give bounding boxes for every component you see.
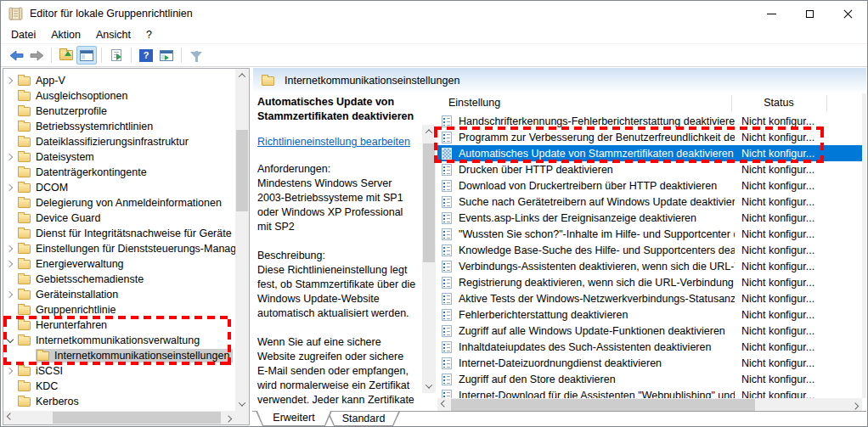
tree-item[interactable]: iSCSI [3, 363, 235, 379]
expander-icon[interactable] [3, 261, 17, 267]
column-divider[interactable] [826, 95, 827, 111]
scroll-left-arrow[interactable] [437, 398, 451, 412]
setting-row[interactable]: Knowledge Base-Suche des Hilfe- und Supp… [437, 242, 862, 258]
help-button[interactable]: ? [136, 46, 156, 65]
edit-policy-link[interactable]: Richtlinieneinstellung bearbeiten [257, 135, 410, 149]
expander-icon[interactable] [3, 337, 17, 344]
tree-item[interactable]: DCOM [3, 180, 235, 195]
setting-row[interactable]: Verbindungs-Assistenten deaktivieren, we… [437, 258, 862, 274]
menu-item[interactable]: Aktion [43, 27, 88, 42]
setting-label: Verbindungs-Assistenten deaktivieren, we… [459, 261, 735, 272]
tree-item[interactable]: Gebietsschemadienste [3, 272, 235, 287]
list-header: Einstellung Status [437, 93, 862, 113]
setting-label: Aktive Tests der Windows-Netzwerkverbind… [459, 293, 735, 305]
view-tab[interactable]: Standard [327, 412, 400, 426]
expander-icon[interactable] [3, 368, 17, 374]
tree-item[interactable]: Dienst für Integritätsnachweise für Gerä… [3, 226, 235, 241]
tree-item[interactable]: Delegierung von Anmeldeinformationen [3, 195, 235, 211]
close-button[interactable] [829, 1, 867, 26]
menu-item[interactable]: Ansicht [88, 27, 138, 42]
setting-row[interactable]: Zugriff auf den Store deaktivieren Nicht… [437, 371, 862, 387]
folder-up-icon [59, 50, 73, 60]
up-one-level-button[interactable] [56, 46, 76, 65]
column-divider[interactable] [731, 95, 732, 111]
setting-icon [442, 212, 452, 224]
setting-row[interactable]: "Wussten Sie schon?"-Inhalte im Hilfe- u… [437, 226, 862, 242]
setting-row[interactable]: Registrierung deaktivieren, wenn sich di… [437, 274, 862, 290]
menu-item[interactable]: ? [138, 27, 160, 42]
tree-item[interactable]: Ausgleichsoptionen [3, 88, 235, 104]
setting-row[interactable]: Fehlerberichterstattung deaktivieren Nic… [437, 306, 862, 323]
tree-item[interactable]: Dateiklassifizierungsinfrastruktur [3, 134, 235, 149]
tree-item[interactable]: Benutzerprofile [3, 104, 235, 119]
tree-item[interactable]: Energieverwaltung [3, 256, 235, 272]
setting-row[interactable]: Events.asp-Links der Ereignisanzeige dea… [437, 210, 862, 226]
scroll-right-arrow[interactable] [848, 398, 862, 412]
tree-item[interactable]: Internetkommunikationsverwaltung [3, 333, 235, 348]
menu-item[interactable]: Datei [3, 27, 43, 42]
expander-icon[interactable] [3, 246, 17, 251]
export-list-button[interactable] [106, 46, 127, 65]
setting-row[interactable]: Suche nach Gerätetreibern auf Windows Up… [437, 194, 862, 210]
tree-horizontal-scrollbar[interactable] [3, 411, 235, 424]
view-tab[interactable]: Erweitert [256, 411, 332, 426]
tree-item-label: DCOM [36, 182, 68, 194]
tree-item[interactable]: KDC [3, 379, 235, 394]
setting-row[interactable]: Inhaltdateiupdates des Such-Assistenten … [437, 339, 862, 355]
setting-row[interactable]: Drucken über HTTP deaktivieren Nicht kon… [437, 161, 862, 177]
expander-icon[interactable] [3, 155, 17, 160]
expander-icon[interactable] [3, 78, 17, 83]
scrollbar-thumb[interactable] [451, 399, 755, 411]
tree-item[interactable]: Kerberos [3, 394, 235, 409]
tree-item[interactable]: Datenträgerkontingente [3, 165, 235, 180]
list-horizontal-scrollbar[interactable] [437, 398, 862, 412]
toolbar-separator [51, 48, 52, 63]
description-scrollbar[interactable] [422, 125, 436, 393]
scroll-up-arrow[interactable] [422, 125, 436, 138]
setting-row[interactable]: Automatisches Update von Stammzertifikat… [437, 145, 862, 161]
folder-icon [18, 336, 31, 346]
list-vertical-scrollbar[interactable] [862, 93, 866, 398]
tree-item[interactable]: Internetkommunikationseinstellungen [3, 348, 235, 363]
minimize-button[interactable] [752, 1, 791, 26]
tree-item[interactable]: Einstellungen für Dienststeuerungs-Manag… [3, 241, 235, 256]
scroll-left-arrow[interactable] [3, 411, 17, 424]
setting-label: Knowledge Base-Suche des Hilfe- und Supp… [459, 244, 735, 256]
setting-row[interactable]: Aktive Tests der Windows-Netzwerkverbind… [437, 290, 862, 306]
forward-button[interactable] [26, 46, 47, 65]
tree-item[interactable]: Gruppenrichtlinie [3, 302, 235, 317]
tree-item[interactable]: Dateisystem [3, 149, 235, 165]
tree-item[interactable]: Betriebssystemrichtlinien [3, 119, 235, 134]
maximize-button[interactable] [791, 1, 829, 26]
filter-button[interactable] [186, 46, 206, 65]
tree-item[interactable]: Geräteinstallation [3, 287, 235, 302]
setting-icon [442, 261, 452, 272]
expander-icon[interactable] [3, 292, 17, 297]
scroll-down-arrow[interactable] [235, 397, 249, 411]
folder-icon [18, 183, 31, 193]
setting-row[interactable]: Zugriff auf alle Windows Update-Funktion… [437, 323, 862, 339]
title-bar: Editor für lokale Gruppenrichtlinien [1, 1, 867, 26]
scroll-down-arrow[interactable] [422, 379, 436, 393]
setting-status: Nicht konfigur... [741, 196, 814, 208]
show-console-tree-button[interactable] [76, 46, 97, 65]
scrollbar-thumb[interactable] [53, 412, 221, 424]
scroll-right-arrow[interactable] [222, 411, 235, 424]
scrollbar-thumb[interactable] [236, 130, 248, 211]
tree-item[interactable]: Device Guard [3, 211, 235, 226]
tree-item[interactable]: Herunterfahren [3, 317, 235, 333]
setting-row[interactable]: Download von Druckertreibern über HTTP d… [437, 177, 862, 194]
scrollbar-thumb[interactable] [423, 143, 435, 262]
tree-item[interactable]: App-V [3, 73, 235, 88]
column-header-einstellung[interactable]: Einstellung [448, 97, 500, 109]
back-button[interactable] [6, 46, 26, 65]
setting-row[interactable]: Handschrifterkennungs-Fehlerberichtersta… [437, 113, 862, 129]
new-window-button[interactable] [156, 46, 177, 65]
column-header-status[interactable]: Status [731, 97, 826, 109]
tree-item-label: Kerberos [36, 396, 79, 407]
scroll-up-arrow[interactable] [235, 69, 249, 82]
expander-icon[interactable] [3, 185, 17, 190]
setting-row[interactable]: Internet-Dateizuordnungdienst deaktivier… [437, 355, 862, 371]
tree-vertical-scrollbar[interactable] [235, 69, 249, 411]
setting-row[interactable]: Programm zur Verbesserung der Benutzerfr… [437, 129, 862, 145]
